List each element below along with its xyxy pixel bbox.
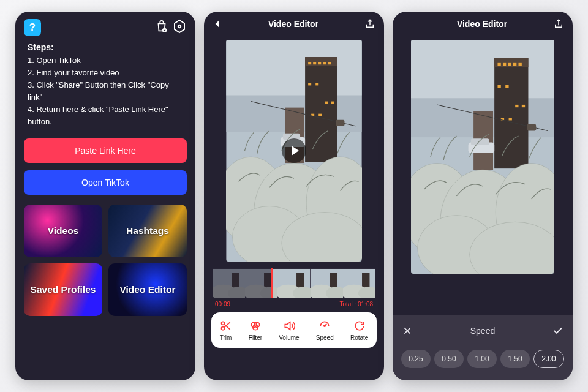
tile-saved-profiles[interactable]: Saved Profiles	[24, 263, 102, 316]
scissors-icon	[220, 320, 232, 333]
editor-title: Video Editor	[457, 19, 507, 29]
share-icon[interactable]	[364, 18, 375, 29]
svg-point-33	[221, 326, 224, 330]
home-tiles: Videos Hashtags Saved Profiles Video Edi…	[15, 198, 195, 322]
volume-icon	[283, 320, 295, 333]
tile-hashtags[interactable]: Hashtags	[108, 205, 187, 257]
video-preview[interactable]	[204, 36, 384, 264]
svg-point-32	[221, 322, 224, 325]
share-icon[interactable]	[553, 18, 564, 29]
speed-chip[interactable]: 0.25	[401, 350, 431, 368]
editor-title: Video Editor	[268, 19, 318, 29]
tile-video-editor[interactable]: Video Editor	[108, 263, 187, 316]
filter-icon	[249, 320, 262, 333]
total-time: Total : 01:08	[340, 301, 373, 307]
step-1: Open TikTok	[36, 56, 80, 65]
home-topbar: ?	[15, 12, 195, 39]
close-icon[interactable]	[401, 326, 413, 336]
speed-panel-title: Speed	[470, 326, 495, 336]
help-icon[interactable]: ?	[24, 19, 41, 36]
back-icon[interactable]	[213, 19, 222, 29]
svg-point-37	[324, 325, 326, 326]
speed-options: 0.25 0.50 1.00 1.50 2.00	[401, 350, 564, 368]
paste-link-button[interactable]: Paste Link Here	[24, 138, 187, 163]
screen-editor-main: Video Editor 00:09 Total : 01:08 Trim Fi…	[204, 12, 384, 380]
time-labels: 00:09 Total : 01:08	[204, 300, 384, 307]
speed-chip[interactable]: 1.00	[467, 350, 497, 368]
speed-chip-selected[interactable]: 2.00	[533, 350, 564, 368]
svg-point-31	[178, 25, 181, 28]
rotate-icon	[353, 320, 366, 333]
screen-home: ? Steps: 1. Open TikTok 2. Find your fav…	[15, 12, 195, 380]
tool-rotate[interactable]: Rotate	[350, 320, 368, 341]
editor-header: Video Editor	[393, 12, 573, 36]
editor-toolbar: Trim Filter Volume Speed Rotate	[211, 312, 377, 348]
video-preview[interactable]	[393, 36, 573, 276]
play-icon[interactable]	[282, 138, 306, 163]
settings-hex-icon[interactable]	[172, 19, 187, 36]
timeline-trimmed-region	[213, 268, 271, 298]
open-tiktok-button[interactable]: Open TikTok	[24, 170, 187, 195]
tool-speed[interactable]: Speed	[316, 320, 334, 341]
playhead[interactable]	[271, 268, 273, 298]
tool-filter[interactable]: Filter	[249, 320, 262, 341]
speed-panel: Speed 0.25 0.50 1.00 1.50 2.00	[393, 315, 573, 380]
steps-heading: Steps:	[28, 42, 54, 52]
timeline[interactable]	[213, 268, 375, 298]
tool-volume[interactable]: Volume	[279, 320, 299, 341]
step-3: Click "Share" Button then Click "Copy li…	[28, 80, 169, 102]
step-4: Return here & click "Paste Link Here" bu…	[28, 105, 168, 126]
speed-icon	[318, 320, 331, 333]
steps-block: Steps: 1. Open TikTok 2. Find your favor…	[15, 39, 195, 135]
confirm-icon[interactable]	[552, 325, 564, 336]
speed-chip[interactable]: 0.50	[434, 350, 464, 368]
editor-header: Video Editor	[204, 12, 384, 36]
current-time: 00:09	[215, 301, 230, 307]
tool-trim[interactable]: Trim	[220, 320, 232, 341]
shop-icon[interactable]	[155, 20, 168, 36]
speed-chip[interactable]: 1.50	[500, 350, 530, 368]
screen-editor-speed: Video Editor Speed 0.25 0.50 1.00 1.50 2…	[393, 12, 573, 380]
tile-videos[interactable]: Videos	[24, 205, 102, 257]
step-2: Find your favorite video	[36, 68, 119, 77]
